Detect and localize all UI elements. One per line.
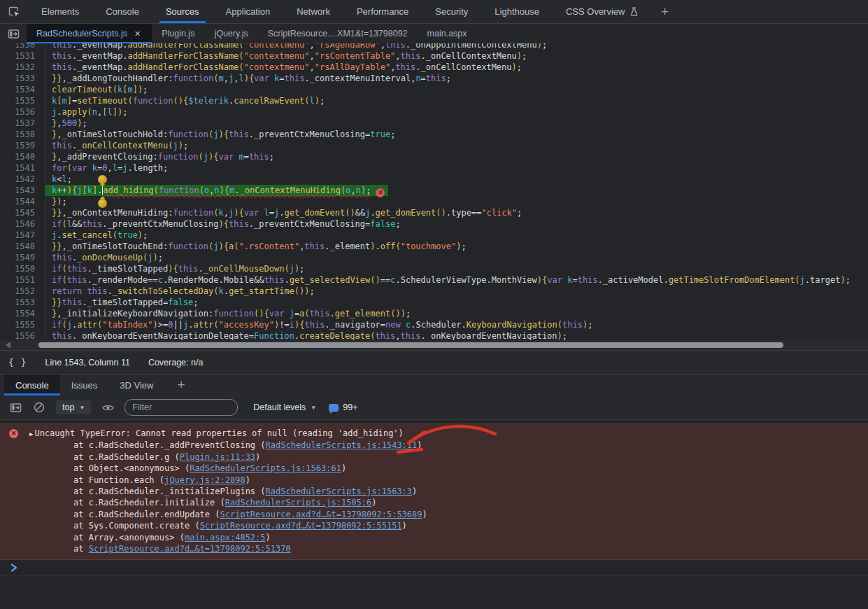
source-location-link[interactable]: RadSchedulerScripts.js:1543:11 (266, 440, 418, 450)
code-line: 1549this._onDocMouseUp(j); (0, 252, 868, 263)
line-number[interactable]: 1556 (0, 330, 45, 340)
tab-performance[interactable]: Performance (343, 0, 422, 23)
expand-triangle-icon[interactable]: ▶ (29, 430, 33, 438)
line-number[interactable]: 1545 (0, 207, 45, 218)
line-number[interactable]: 1553 (0, 297, 45, 308)
code-line-text: }); (45, 196, 67, 207)
tab-network[interactable]: Network (283, 0, 343, 23)
line-number[interactable]: 1537 (0, 118, 45, 129)
line-number[interactable]: 1546 (0, 218, 45, 230)
file-tab-jquery-js[interactable]: jQuery.js (204, 24, 257, 43)
file-tab-main-aspx[interactable]: main.aspx (418, 24, 477, 43)
code-line-text: if(l&&this._preventCtxMenuClosing){this.… (45, 218, 401, 230)
code-line-text: this._onCellContextMenu(j); (45, 140, 188, 151)
code-line: 1546if(l&&this._preventCtxMenuClosing){t… (0, 218, 868, 230)
code-line-text: },_initializeKeyboardNavigation:function… (45, 308, 411, 319)
close-tab-icon[interactable]: ✕ (133, 29, 142, 39)
line-number[interactable]: 1540 (0, 151, 45, 162)
line-number[interactable]: 1538 (0, 129, 45, 140)
stack-frame: at ScriptResource.axd?d…&t=13798092:5:51… (29, 543, 427, 554)
console-messages: ✕ ▶Uncaught TypeError: Cannot read prope… (0, 420, 868, 609)
code-line-text: this._onDocMouseUp(j); (45, 252, 163, 263)
line-number[interactable]: 1535 (0, 95, 45, 106)
source-location-link[interactable]: jQuery.js:2:2898 (164, 475, 246, 485)
line-number[interactable]: 1541 (0, 162, 45, 174)
line-number[interactable]: 1539 (0, 140, 45, 151)
line-number[interactable]: 1555 (0, 319, 45, 330)
code-line: 1551if(this._renderMode==c.RenderMode.Mo… (0, 274, 868, 286)
source-location-link[interactable]: RadSchedulerScripts.js:1563:61 (190, 463, 341, 473)
add-panel-button[interactable]: + (653, 0, 676, 23)
console-sidebar-button[interactable] (8, 400, 22, 414)
line-number[interactable]: 1543 (0, 185, 45, 196)
source-location-link[interactable]: main.aspx:4852:5 (185, 533, 266, 542)
scrollbar-thumb[interactable] (38, 342, 783, 348)
source-location-link[interactable]: ScriptResource.axd?d…&t=13798092:5:53689 (220, 510, 422, 519)
line-number[interactable]: 1550 (0, 263, 45, 274)
line-number[interactable]: 1554 (0, 308, 45, 319)
log-levels-select[interactable]: Default levels ▼ (248, 402, 316, 412)
code-line: 1535k[m]=setTimeout(function(){$telerik.… (0, 95, 868, 106)
line-number[interactable]: 1533 (0, 73, 45, 84)
code-line: 1552return this._switchToSelectedDay(k.g… (0, 286, 868, 297)
line-number[interactable]: 1548 (0, 241, 45, 252)
source-location-link[interactable]: RadSchedulerScripts.js:1563:3 (266, 486, 413, 496)
frame-text: at c.RadScheduler.g ( (73, 452, 180, 462)
messages-count-badge[interactable]: 99+ (329, 402, 357, 412)
line-number[interactable]: 1551 (0, 274, 45, 286)
source-editor[interactable]: 1530this._eventMap.addHandlerForClassNam… (0, 43, 868, 340)
console-prompt[interactable] (0, 560, 868, 576)
tab-elements[interactable]: Elements (28, 0, 92, 23)
line-number[interactable]: 1542 (0, 174, 45, 185)
tab-label: Sources (166, 6, 199, 17)
tab-sources[interactable]: Sources (152, 0, 213, 23)
source-location-link[interactable]: Plugin.js:11:33 (180, 452, 255, 462)
file-tab-label: ScriptResource....XM1&t=13798092 (268, 29, 408, 38)
execution-context-select[interactable]: top ▼ (56, 400, 91, 414)
code-line: 1555if(j.attr("tabIndex")>=0||j.attr("ac… (0, 319, 868, 330)
tab-css-overview[interactable]: CSS Overview (553, 0, 653, 23)
line-number[interactable]: 1534 (0, 84, 45, 95)
drawer-tab-issues[interactable]: Issues (60, 374, 109, 396)
scroll-left-arrow-icon[interactable] (6, 342, 10, 349)
line-number[interactable]: 1549 (0, 252, 45, 263)
tab-lighthouse[interactable]: Lighthouse (481, 0, 553, 23)
inspect-cursor-icon (7, 5, 21, 19)
code-line: 1541for(var k=0,l=j.length; (0, 162, 868, 174)
live-expression-button[interactable] (101, 400, 115, 414)
file-tab-plugin-js[interactable]: Plugin.js (152, 24, 204, 43)
clear-console-button[interactable] (32, 400, 46, 414)
tab-console[interactable]: Console (92, 0, 152, 23)
pretty-print-icon[interactable]: { } (8, 357, 27, 368)
levels-label: Default levels (253, 402, 306, 412)
drawer-tab-3d-view[interactable]: 3D View (108, 374, 164, 396)
line-number[interactable]: 1531 (0, 50, 45, 62)
code-line: 1534clearTimeout(k[m]); (0, 84, 868, 95)
file-tab-radschedulerscripts-js[interactable]: RadSchedulerScripts.js✕ (27, 24, 152, 43)
source-location-link[interactable]: ScriptResource.axd?d…&t=13798092:5:55151 (200, 521, 402, 531)
add-drawer-tab-button[interactable]: + (164, 374, 197, 396)
code-line-text: j.apply(n,[l]); (45, 106, 127, 118)
code-line: 1553}}this._timeSlotTapped=false; (0, 297, 868, 308)
drawer-tab-console[interactable]: Console (4, 374, 60, 396)
line-number[interactable]: 1532 (0, 62, 45, 73)
source-location-link[interactable]: ScriptResource.axd?d…&t=13798092:5:51370 (89, 544, 291, 554)
frame-text: at Array.<anonymous> ( (73, 533, 185, 542)
inspect-element-button[interactable] (0, 0, 28, 23)
line-number[interactable]: 1530 (0, 43, 45, 50)
stack-frame: at c.RadScheduler.initialize (RadSchedul… (29, 497, 427, 508)
tab-security[interactable]: Security (422, 0, 481, 23)
console-filter-input[interactable] (124, 399, 238, 416)
horizontal-scrollbar[interactable] (0, 340, 868, 350)
code-line-text: },_addPreventClosing:function(j){var m=t… (45, 151, 274, 162)
tab-application[interactable]: Application (213, 0, 284, 23)
code-line-text: k++){j[k].add_hiding(function(o,n){m._on… (45, 185, 388, 196)
line-number[interactable]: 1544 (0, 196, 45, 207)
navigator-toggle-button[interactable] (0, 24, 27, 43)
line-number[interactable]: 1552 (0, 286, 45, 297)
line-number[interactable]: 1547 (0, 230, 45, 241)
source-location-link[interactable]: RadSchedulerScripts.js:1505:6 (225, 498, 372, 507)
code-line: 1547j.set_cancel(true); (0, 230, 868, 241)
file-tab-scriptresource-xm1-t-13798092[interactable]: ScriptResource....XM1&t=13798092 (258, 24, 418, 43)
line-number[interactable]: 1536 (0, 106, 45, 118)
